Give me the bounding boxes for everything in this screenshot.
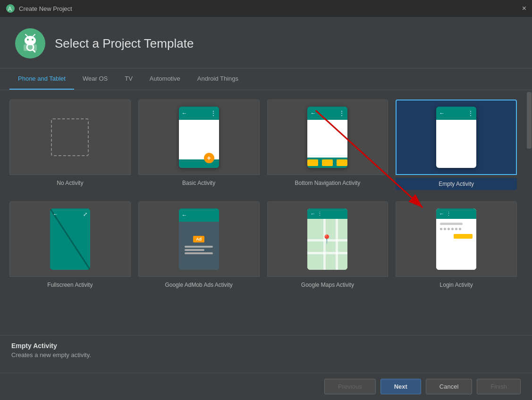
login-dot2 (444, 228, 446, 230)
empty-activity-mockup: ← ⋮ (436, 107, 476, 168)
header-logo (15, 28, 45, 58)
template-thumb-maps: ← ⋮ 📍 (267, 201, 388, 277)
content-area: Phone and Tablet Wear OS TV Automotive A… (0, 68, 532, 373)
template-thumb-empty-activity: ← ⋮ (396, 100, 517, 175)
login-back-icon: ← (439, 211, 444, 217)
template-maps-activity[interactable]: ← ⋮ 📍 (267, 201, 388, 294)
basic-activity-body: + (179, 120, 219, 159)
ad-line2 (185, 249, 204, 251)
map-road-v2 (336, 219, 338, 270)
login-topbar: ← ⋮ (436, 208, 476, 219)
maps-back-icon: ← (310, 211, 315, 217)
basic-activity-topbar: ← ⋮ (179, 107, 219, 120)
template-empty-activity[interactable]: ← ⋮ Empty Activity (396, 100, 517, 194)
android-studio-icon: A (6, 4, 15, 13)
template-grid-container[interactable]: No Activity ← ⋮ + (0, 90, 526, 335)
template-label-empty-activity: Empty Activity (396, 178, 517, 190)
description-title: Empty Activity (11, 342, 521, 350)
description-text: Creates a new empty activity. (11, 351, 521, 358)
template-label-no-activity: No Activity (55, 178, 85, 188)
svg-line-6 (33, 34, 35, 36)
fullscreen-diagonal-line (50, 208, 90, 270)
maps-menu-icon: ⋮ (317, 211, 322, 217)
tab-automotive[interactable]: Automotive (141, 68, 189, 90)
description-area: Empty Activity Creates a new empty activ… (0, 335, 532, 373)
template-thumb-login: ← ⋮ (396, 201, 517, 277)
android-logo (20, 33, 41, 54)
ads-mockup: ← Ad (179, 208, 219, 270)
tab-wear-os[interactable]: Wear OS (74, 68, 116, 90)
login-button-shape (454, 234, 473, 239)
template-label-bottom-navigation: Bottom Navigation Activity (293, 178, 363, 188)
ad-lines (185, 244, 213, 256)
template-label-fullscreen: Fullscreen Activity (45, 280, 94, 290)
scrollbar[interactable] (526, 90, 532, 335)
finish-button[interactable]: Finish (477, 379, 521, 394)
fullscreen-mockup: ← ⤢ (50, 208, 90, 270)
fullscreen-back-icon: ← (53, 211, 58, 217)
template-grid-wrapper: No Activity ← ⋮ + (0, 90, 532, 335)
svg-line-10 (50, 208, 90, 270)
fullscreen-top-icons: ← ⤢ (53, 211, 87, 217)
template-thumb-basic-activity: ← ⋮ + (138, 100, 260, 175)
close-button[interactable]: × (522, 4, 526, 13)
bottom-nav-bar (307, 158, 347, 168)
ads-menu-icon: ← (182, 212, 187, 218)
template-thumb-bottom-navigation: ← ⋮ (267, 100, 388, 175)
template-grid: No Activity ← ⋮ + (9, 100, 517, 294)
menu-icon: ⋮ (211, 110, 216, 117)
ad-line1 (185, 246, 213, 248)
window-title: Create New Project (19, 5, 72, 12)
svg-point-3 (27, 39, 29, 41)
login-menu-icon: ⋮ (446, 211, 451, 217)
maps-body: 📍 (307, 219, 347, 270)
template-fullscreen-activity[interactable]: ← ⤢ Fullscreen Activity (9, 201, 131, 294)
main-window: A Create New Project × (0, 0, 532, 400)
map-road-h2 (307, 252, 347, 254)
ad-badge: Ad (193, 236, 204, 242)
title-bar-left: A Create New Project (6, 4, 72, 13)
previous-button[interactable]: Previous (324, 379, 376, 394)
no-activity-dashed-box (51, 118, 89, 156)
title-bar: A Create New Project × (0, 0, 532, 17)
login-dot5 (455, 228, 457, 230)
template-basic-activity[interactable]: ← ⋮ + Basic Activity (138, 100, 260, 194)
ads-content: Ad (179, 222, 219, 270)
bottom-nav-topbar: ← ⋮ (307, 107, 347, 120)
tab-android-things[interactable]: Android Things (189, 68, 247, 90)
login-dots (440, 228, 473, 230)
template-label-login: Login Activity (438, 280, 475, 290)
bottom-nav-item3 (337, 159, 347, 166)
template-ads-activity[interactable]: ← Ad (138, 201, 260, 294)
maps-topbar: ← ⋮ (307, 208, 347, 219)
back-arrow-icon3: ← (439, 110, 445, 117)
page-title: Select a Project Template (55, 36, 194, 51)
back-arrow-icon2: ← (310, 110, 316, 117)
tab-tv[interactable]: TV (116, 68, 141, 90)
maps-mockup: ← ⋮ 📍 (307, 208, 347, 270)
login-mockup: ← ⋮ (436, 208, 476, 270)
login-dot1 (440, 228, 442, 230)
footer: Previous Next Cancel Finish (0, 373, 532, 400)
basic-activity-mockup: ← ⋮ + (179, 107, 219, 168)
svg-line-5 (25, 34, 27, 36)
login-body (436, 219, 476, 270)
empty-activity-body (436, 120, 476, 168)
next-button[interactable]: Next (380, 379, 421, 394)
template-thumb-no-activity (9, 100, 131, 175)
menu-icon3: ⋮ (468, 110, 473, 117)
map-pin: 📍 (321, 234, 332, 244)
cancel-button[interactable]: Cancel (426, 379, 472, 394)
template-label-ads: Google AdMob Ads Activity (163, 280, 234, 290)
ad-line3 (185, 252, 213, 254)
template-bottom-navigation[interactable]: ← ⋮ Bottom Naviga (267, 100, 388, 194)
tab-phone-tablet[interactable]: Phone and Tablet (9, 68, 74, 90)
fab-button: + (204, 153, 214, 163)
bottom-navigation-mockup: ← ⋮ (307, 107, 347, 168)
fullscreen-expand-icon: ⤢ (83, 211, 87, 217)
bottom-nav-body (307, 120, 347, 158)
login-dot3 (448, 228, 450, 230)
template-login-activity[interactable]: ← ⋮ (396, 201, 517, 294)
template-no-activity[interactable]: No Activity (9, 100, 131, 194)
template-thumb-fullscreen: ← ⤢ (9, 201, 131, 277)
